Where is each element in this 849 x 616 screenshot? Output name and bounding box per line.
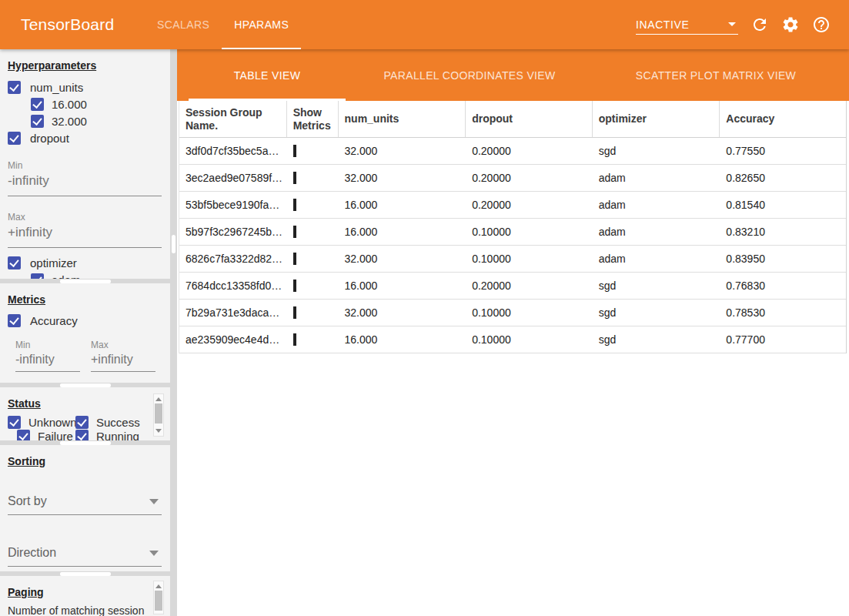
scrollbar-thumb[interactable] (155, 591, 162, 611)
checkbox-accuracy[interactable] (8, 314, 21, 327)
checkbox-16[interactable] (31, 98, 44, 111)
checkbox-running[interactable] (75, 430, 89, 441)
paging-scrollbar[interactable] (153, 581, 164, 614)
status-scrollbar[interactable] (153, 393, 164, 437)
dropout-value: 0.20000 (466, 172, 593, 184)
column-header-num-units[interactable]: num_units (339, 101, 466, 137)
accuracy-max-input[interactable] (91, 350, 155, 372)
status-option-label: Failure (38, 430, 73, 441)
paging-title: Paging (8, 586, 44, 598)
show-metrics-checkbox[interactable] (293, 306, 296, 319)
checkbox-dropout[interactable] (8, 132, 21, 145)
accuracy-value: 0.78530 (720, 306, 846, 319)
scroll-up-icon[interactable] (155, 584, 162, 588)
optimizer-value: sgd (593, 333, 720, 346)
run-status-value: INACTIVE (636, 18, 689, 31)
metrics-title: Metrics (8, 293, 45, 306)
help-icon[interactable] (812, 15, 831, 34)
main-content: TABLE VIEW PARALLEL COORDINATES VIEW SCA… (177, 49, 849, 616)
show-metrics-checkbox[interactable] (293, 172, 296, 184)
app-logo: TensorBoard (21, 15, 114, 34)
table-row: 6826c7fa3322d82… 32.000 0.10000 adam 0.8… (179, 246, 846, 273)
checkbox-adam[interactable] (31, 273, 44, 280)
dropout-max-input[interactable] (8, 223, 162, 248)
hparam-num-units-option-row: 32.000 (31, 114, 170, 128)
num-units-option-label: 32.000 (52, 115, 87, 128)
checkbox-failure[interactable] (17, 430, 30, 441)
num-units-value: 32.000 (339, 306, 466, 319)
optimizer-value: sgd (593, 280, 720, 292)
session-group-name: 5b97f3c2967245b… (179, 226, 287, 238)
nav-tab-hparams-label: HPARAMS (234, 18, 289, 31)
show-metrics-checkbox[interactable] (293, 226, 296, 238)
nav-tab-hparams[interactable]: HPARAMS (222, 0, 301, 49)
tab-scatter-plot-matrix-view[interactable]: SCATTER PLOT MATRIX VIEW (593, 49, 838, 101)
checkbox-unknown[interactable] (8, 416, 21, 429)
top-app-bar: TensorBoard SCALARS HPARAMS INACTIVE (0, 0, 849, 49)
refresh-icon[interactable] (750, 15, 769, 34)
nav-tab-scalars-label: SCALARS (157, 18, 209, 31)
show-metrics-cell (287, 306, 339, 319)
tab-parallel-coordinates-view[interactable]: PARALLEL COORDINATES VIEW (346, 49, 593, 101)
num-units-value: 16.000 (339, 333, 466, 346)
show-metrics-checkbox[interactable] (293, 333, 296, 346)
column-header-dropout[interactable]: dropout (466, 101, 593, 137)
scroll-down-icon[interactable] (155, 429, 162, 433)
accuracy-value: 0.82650 (720, 172, 846, 184)
num-units-label: num_units (30, 81, 83, 94)
table-row: 53bf5bece9190fa… 16.000 0.20000 adam 0.8… (179, 192, 846, 219)
view-tab-bar: TABLE VIEW PARALLEL COORDINATES VIEW SCA… (177, 49, 849, 101)
optimizer-value: adam (593, 226, 720, 238)
show-metrics-cell (287, 145, 339, 157)
checkbox-optimizer[interactable] (8, 256, 21, 270)
optimizer-label: optimizer (30, 256, 77, 270)
status-failure-row: Failure (17, 429, 68, 440)
accuracy-min-input[interactable] (15, 350, 80, 372)
checkbox-32[interactable] (31, 115, 44, 128)
scrollbar-thumb[interactable] (155, 403, 162, 424)
table-row: 7b29a731e3daca… 32.000 0.10000 sgd 0.785… (179, 300, 846, 326)
min-label: Min (8, 160, 170, 171)
hparam-num-units-option-row: 16.000 (31, 97, 170, 111)
checkbox-success[interactable] (75, 416, 89, 429)
settings-gear-icon[interactable] (781, 15, 800, 34)
show-metrics-checkbox[interactable] (293, 280, 296, 292)
nav-tab-scalars[interactable]: SCALARS (145, 0, 222, 49)
sorting-panel: Sorting Sort by Direction (0, 445, 170, 571)
column-header-optimizer[interactable]: optimizer (593, 101, 720, 137)
run-status-dropdown[interactable]: INACTIVE (636, 15, 738, 35)
dropout-label: dropout (30, 132, 69, 145)
scroll-up-icon[interactable] (155, 397, 162, 401)
table-row: 3ec2aed9e07589f… 32.000 0.20000 adam 0.8… (179, 165, 846, 192)
sort-by-select[interactable]: Sort by (8, 494, 162, 515)
column-header-accuracy[interactable]: Accuracy (720, 101, 846, 137)
accuracy-value: 0.83210 (720, 226, 846, 238)
checkbox-num-units[interactable] (8, 81, 21, 94)
sidebar-scrollbar-thumb[interactable] (172, 235, 175, 253)
sort-by-label: Sort by (8, 494, 47, 508)
dropout-value: 0.10000 (466, 226, 593, 238)
direction-select[interactable]: Direction (8, 546, 162, 567)
dropout-value: 0.10000 (466, 253, 593, 265)
accuracy-value: 0.77700 (720, 333, 846, 346)
status-option-label: Unknown (28, 416, 77, 429)
status-unknown-row: Unknown (8, 415, 68, 429)
show-metrics-checkbox[interactable] (293, 253, 296, 265)
status-title: Status (8, 397, 41, 410)
session-group-name: 3df0d7cf35bec5a… (179, 145, 287, 157)
session-group-name: 53bf5bece9190fa… (179, 199, 287, 211)
show-metrics-checkbox[interactable] (293, 199, 296, 211)
column-header-show-metrics[interactable]: Show Metrics (287, 101, 339, 137)
show-metrics-checkbox[interactable] (293, 145, 296, 157)
chevron-down-icon (149, 551, 159, 556)
dropout-min-input[interactable] (8, 171, 162, 196)
tab-table-view[interactable]: TABLE VIEW (189, 49, 346, 101)
optimizer-value: adam (593, 172, 720, 184)
column-header-session-group-name[interactable]: Session Group Name. (179, 101, 287, 137)
hyperparameters-panel: Hyperparameters num_units 16.000 32.000 … (0, 49, 170, 279)
max-label: Max (91, 340, 155, 350)
metric-range-fields: Min Max (15, 327, 170, 372)
accuracy-value: 0.77550 (720, 145, 846, 157)
accuracy-value: 0.76830 (720, 280, 846, 292)
num-units-option-label: 16.000 (52, 98, 87, 111)
